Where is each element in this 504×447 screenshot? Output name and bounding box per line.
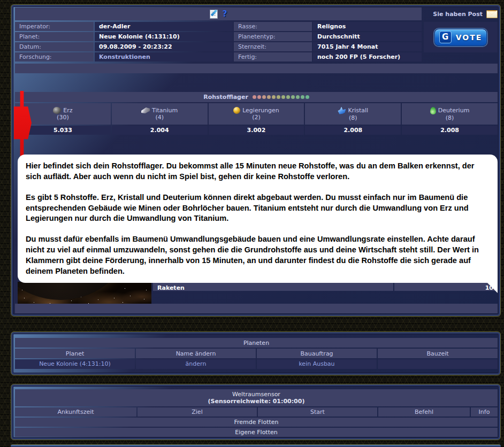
crystal-icon xyxy=(338,107,346,114)
progress-dot xyxy=(257,95,261,99)
sensor-title-bar: Weltraumsensor (Sensorreichweite: 01:00:… xyxy=(15,389,498,406)
tooltip-paragraph: Hier befindet sich dein Rohstofflager. D… xyxy=(26,161,490,182)
own-fleets-row: Eigene Flotten xyxy=(15,428,498,437)
planet-link[interactable]: Neue Kolonie (4:131:10) xyxy=(15,359,135,369)
value-rasse: Relignos xyxy=(313,22,422,31)
planets-data-row: Neue Kolonie (4:131:10) ändern kein Ausb… xyxy=(15,359,498,369)
sensor-panel: Weltraumsensor (Sensorreichweite: 01:00:… xyxy=(11,384,501,440)
value-forschung[interactable]: Konstruktionen xyxy=(95,52,233,61)
resource-name: Titanium xyxy=(152,107,178,114)
own-fleets-label: Eigene Flotten xyxy=(235,429,277,436)
amount-legierungen: 3.002 xyxy=(209,126,304,135)
resource-rate: (8) xyxy=(349,114,357,121)
col-planet: Planet xyxy=(15,349,135,358)
amount-deuterium: 2.008 xyxy=(402,126,498,135)
value-planetentyp: Durchschnitt xyxy=(313,32,422,41)
col-info: Info xyxy=(471,407,498,417)
rename-link[interactable]: ändern xyxy=(136,359,256,369)
progress-dot xyxy=(301,95,304,99)
titanium-icon xyxy=(141,107,150,113)
progress-dot xyxy=(296,95,300,99)
col-start: Start xyxy=(258,407,377,417)
resource-name: Legierungen xyxy=(242,107,279,114)
label-planetentyp: Planetentyp: xyxy=(234,32,312,41)
tooltip-paragraph: Es gibt 5 Rohstoffe. Erz, Kristall und D… xyxy=(26,192,490,225)
main-panel: ? Sie haben Post Imperator: der-Adler Ra… xyxy=(11,4,501,317)
deuterium-icon xyxy=(430,107,436,114)
rockets-label: Raketen xyxy=(153,283,185,292)
spacer-bar-bottom xyxy=(15,304,498,313)
foreign-fleets-label: Fremde Flotten xyxy=(234,419,278,426)
label-sternzeit: Sternzeit: xyxy=(234,42,312,51)
ore-icon xyxy=(53,107,61,114)
label-fertig: Fertig: xyxy=(234,52,312,61)
resource-cell-kristall: Kristall (8) xyxy=(305,103,401,125)
label-datum: Datum: xyxy=(15,42,94,51)
rockets-count-cell: 10 xyxy=(394,282,498,291)
mail-notice[interactable]: Sie haben Post xyxy=(424,7,498,20)
progress-dot xyxy=(306,95,309,99)
resource-amount-row: 5.033 2.004 3.002 2.008 2.008 xyxy=(15,126,498,135)
amount-kristall: 2.008 xyxy=(305,126,401,135)
vote-cell: G VOTE xyxy=(424,22,498,52)
resource-header-row: Erz (30) Titanium (4) Legierungen (2) Kr… xyxy=(15,103,498,125)
resource-cell-deuterium: Deuterium (8) xyxy=(402,103,498,125)
alloy-icon xyxy=(233,107,240,114)
storage-progress-dots xyxy=(251,95,309,99)
col-bauauftrag: Bauauftrag xyxy=(257,349,377,358)
next-panel-edge xyxy=(11,444,501,447)
vote-g-badge: G xyxy=(439,31,452,43)
progress-dot xyxy=(253,95,256,99)
resource-rate: (4) xyxy=(155,114,164,121)
rockets-label-cell: Raketen xyxy=(153,282,393,291)
resource-cell-legierungen: Legierungen (2) xyxy=(209,103,304,125)
build-time-cell xyxy=(378,359,498,369)
label-rasse: Rasse: xyxy=(234,22,312,31)
label-planet: Planet: xyxy=(15,32,94,41)
planets-panel: Planeten Planet Name ändern Bauauftrag B… xyxy=(11,332,501,375)
resource-name: Deuterium xyxy=(438,107,470,114)
planets-title-bar: Planeten xyxy=(15,338,498,348)
rockets-row: Raketen 10 xyxy=(153,282,498,291)
storage-header: Rohstofflager xyxy=(15,92,498,102)
planets-header-row: Planet Name ändern Bauauftrag Bauzeit xyxy=(15,349,498,358)
label-imperator: Imperator: xyxy=(15,22,94,31)
sensor-title: Weltraumsensor xyxy=(232,391,280,398)
col-ankunftszeit: Ankunftszeit xyxy=(15,407,136,417)
value-sternzeit: 7015 Jahr 4 Monat xyxy=(313,42,422,51)
resource-name: Kristall xyxy=(348,107,368,114)
progress-dot xyxy=(291,95,295,99)
resource-rate: (8) xyxy=(446,114,454,121)
topbar: ? xyxy=(15,7,422,20)
col-ziel: Ziel xyxy=(138,407,257,417)
storage-title: Rohstofflager xyxy=(203,94,248,101)
progress-dot xyxy=(267,95,271,99)
planets-title: Planeten xyxy=(243,340,269,346)
help-icon[interactable]: ? xyxy=(223,9,227,19)
progress-dot xyxy=(281,95,285,99)
planet-image xyxy=(18,282,151,306)
col-name-aendern: Name ändern xyxy=(136,349,256,358)
value-imperator: der-Adler xyxy=(95,22,233,31)
label-forschung: Forschung: xyxy=(15,52,94,61)
sensor-range: (Sensorreichweite: 01:00:00) xyxy=(208,398,305,405)
mail-notice-label: Sie haben Post xyxy=(433,11,483,18)
value-fertig: noch 200 FP (5 Forscher) xyxy=(313,52,422,61)
foreign-fleets-row: Fremde Flotten xyxy=(15,418,498,427)
resource-name: Erz xyxy=(63,107,72,114)
edit-note-icon[interactable] xyxy=(210,10,218,19)
value-datum: 09.08.2009 - 20:23:22 xyxy=(95,42,233,51)
resource-rate: (2) xyxy=(252,114,261,121)
amount-titanium: 2.004 xyxy=(112,126,208,135)
resource-rate: (30) xyxy=(57,114,69,121)
col-befehl: Befehl xyxy=(378,407,470,417)
vote-button[interactable]: G VOTE xyxy=(434,29,487,46)
progress-dot xyxy=(277,95,280,99)
vote-button-label: VOTE xyxy=(456,33,483,42)
tooltip-paragraph: Du musst dafür ebenfalls im Baumenü Umwa… xyxy=(26,234,490,276)
build-order-status: kein Ausbau xyxy=(257,359,377,369)
progress-dot xyxy=(262,95,266,99)
progress-dot xyxy=(286,95,290,99)
progress-dot xyxy=(272,95,276,99)
mail-icon[interactable] xyxy=(486,10,498,18)
